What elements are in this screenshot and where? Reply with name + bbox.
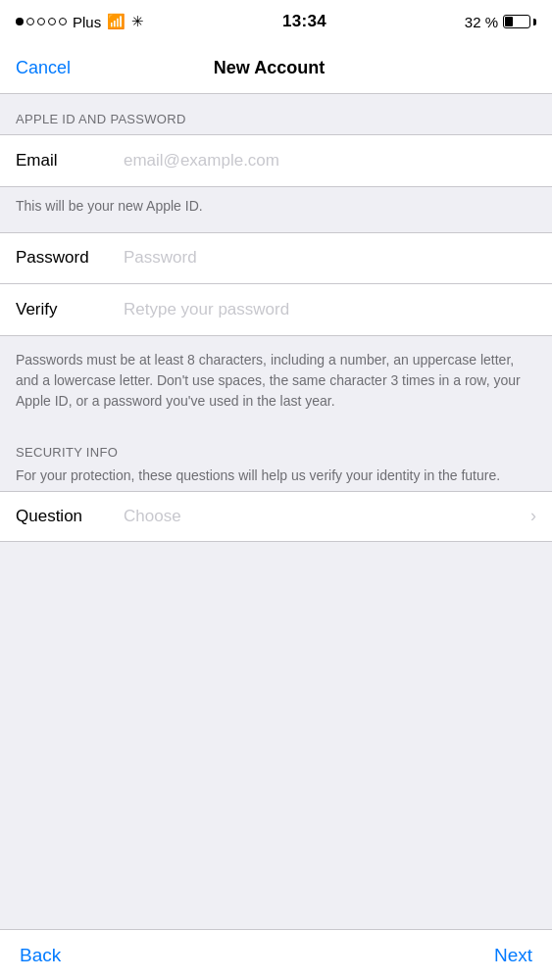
password-hint: Passwords must be at least 8 characters,… xyxy=(0,336,552,429)
email-form-group: Email xyxy=(0,134,552,187)
verify-label: Verify xyxy=(16,300,124,319)
security-description: For your protection, these questions wil… xyxy=(16,466,536,485)
question-label: Question xyxy=(16,507,124,526)
battery-body xyxy=(503,15,530,28)
password-form-group: Password Verify xyxy=(0,232,552,336)
email-row: Email xyxy=(0,135,552,186)
signal-dot-2 xyxy=(26,18,34,25)
nav-bar: Cancel New Account xyxy=(0,43,552,94)
verify-row: Verify xyxy=(0,284,552,335)
verify-input[interactable] xyxy=(124,300,536,319)
question-row[interactable]: Question Choose › xyxy=(0,491,552,542)
bottom-toolbar: Back Next xyxy=(0,929,552,980)
next-button[interactable]: Next xyxy=(494,945,532,966)
signal-dot-4 xyxy=(48,18,56,25)
carrier-label: Plus xyxy=(73,14,101,30)
status-bar: Plus 📶 ✳ 13:34 32 % xyxy=(0,0,552,43)
page-title: New Account xyxy=(214,58,325,78)
signal-dot-3 xyxy=(37,18,45,25)
signal-dots xyxy=(16,18,67,25)
email-input[interactable] xyxy=(124,151,536,171)
battery-tip xyxy=(533,19,536,25)
status-time: 13:34 xyxy=(282,12,326,31)
signal-dot-5 xyxy=(59,18,67,25)
question-value: Choose xyxy=(124,507,530,526)
battery-fill xyxy=(505,17,513,26)
email-helper-text: This will be your new Apple ID. xyxy=(0,187,552,232)
chevron-right-icon: › xyxy=(530,506,536,526)
battery-icon xyxy=(503,15,536,28)
status-right: 32 % xyxy=(465,14,536,30)
wifi-icon: 📶 xyxy=(107,13,125,30)
password-row: Password xyxy=(0,233,552,284)
cancel-button[interactable]: Cancel xyxy=(16,58,71,78)
email-label: Email xyxy=(16,151,124,171)
password-input[interactable] xyxy=(124,248,536,268)
content-area: APPLE ID AND PASSWORD Email This will be… xyxy=(0,94,552,542)
status-left: Plus 📶 ✳ xyxy=(16,13,144,30)
security-section: SECURITY INFO For your protection, these… xyxy=(0,429,552,491)
back-button[interactable]: Back xyxy=(20,945,61,966)
signal-dot-1 xyxy=(16,18,24,25)
battery-percent: 32 % xyxy=(465,14,498,30)
apple-id-section-header: APPLE ID AND PASSWORD xyxy=(0,94,552,134)
loading-icon: ✳ xyxy=(131,13,144,30)
security-title: SECURITY INFO xyxy=(16,445,536,460)
password-label: Password xyxy=(16,248,124,268)
